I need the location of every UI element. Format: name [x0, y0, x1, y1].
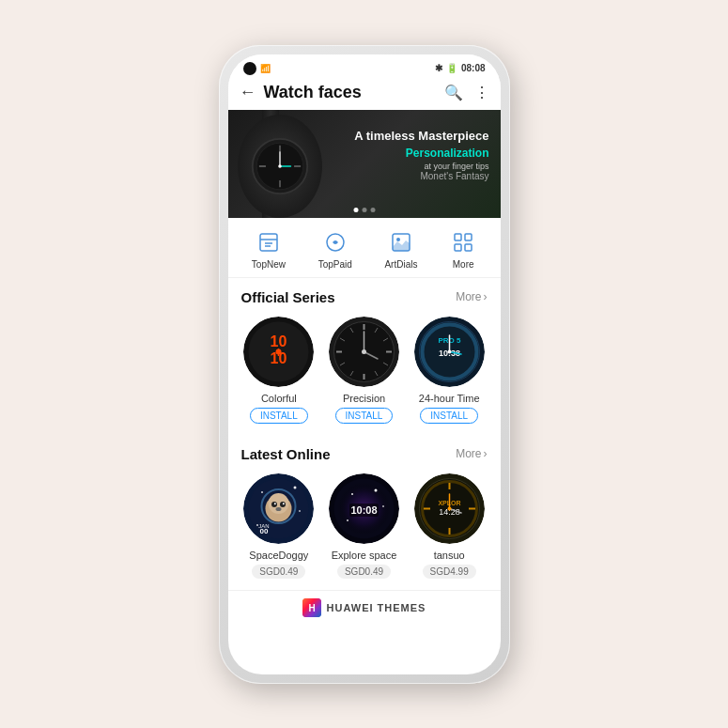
page-title: Watch faces [264, 83, 444, 102]
svg-text:H: H [308, 603, 315, 613]
category-tabs: TopNew TopPaid ArtDials [228, 218, 501, 278]
topnew-label: TopNew [252, 259, 286, 270]
time-display: 08:08 [461, 63, 486, 73]
svg-point-73 [347, 519, 349, 521]
svg-point-71 [375, 488, 378, 491]
spacedoggy-thumb: JAN 00 [243, 473, 314, 544]
spacedoggy-name: SpaceDoggy [249, 550, 308, 561]
watch-item-precision[interactable]: Precision INSTALL [326, 317, 402, 424]
battery-icon: 🔋 [446, 63, 457, 73]
svg-point-63 [276, 507, 282, 511]
watch-item-24h[interactable]: PRO 5 10:38 24-hour Time INSTALL [411, 317, 488, 424]
precision-name: Precision [343, 393, 385, 404]
latest-online-more[interactable]: More › [456, 447, 487, 460]
explore-thumb: 10:08 [329, 473, 399, 544]
svg-point-53 [261, 491, 263, 493]
svg-point-61 [274, 503, 276, 504]
watch-item-colorful[interactable]: 10 10 Colorful INSTALL [241, 317, 318, 424]
latest-online-title: Latest Online [241, 446, 331, 462]
precision-thumb [329, 317, 399, 387]
more-tab-label: More [453, 259, 474, 270]
24h-thumb: PRO 5 10:38 [414, 317, 485, 387]
svg-point-42 [362, 349, 366, 354]
footer-brand: HUAWEI THEMES [327, 602, 426, 613]
24h-install-btn[interactable]: INSTALL [420, 408, 478, 424]
svg-point-54 [294, 486, 297, 488]
topnew-icon [256, 229, 282, 256]
phone-frame: 📶 ✱ 🔋 08:08 ← Watch faces 🔍 ⋮ [219, 45, 510, 684]
tab-topnew[interactable]: TopNew [252, 229, 286, 270]
search-icon[interactable]: 🔍 [444, 84, 463, 101]
nav-icons: 🔍 ⋮ [444, 84, 489, 101]
official-series-more[interactable]: More › [456, 290, 487, 303]
latest-online-section: Latest Online More › [228, 435, 501, 590]
more-icon[interactable]: ⋮ [474, 84, 489, 101]
latest-online-grid: JAN 00 SpaceDoggy SGD0.49 [241, 473, 488, 590]
svg-point-87 [447, 506, 451, 510]
camera-notch [243, 62, 256, 75]
latest-online-header: Latest Online More › [241, 446, 488, 462]
signal-icon: 📶 [260, 64, 271, 73]
spacedoggy-price: SGD0.49 [252, 565, 305, 579]
explore-name: Explore space [332, 550, 397, 561]
scroll-content[interactable]: A timeless Masterpiece Personalization a… [228, 110, 501, 674]
tab-artdials[interactable]: ArtDials [384, 229, 417, 270]
colorful-install-btn[interactable]: INSTALL [250, 408, 308, 424]
watch-item-explore[interactable]: 10:08 Explore space SGD0.49 [326, 473, 402, 579]
status-bar: 📶 ✱ 🔋 08:08 [228, 54, 501, 79]
app-footer: H HUAWEI THEMES [228, 590, 501, 625]
banner-watch [238, 115, 322, 218]
svg-point-55 [299, 510, 301, 512]
banner-title: A timeless Masterpiece [354, 129, 488, 143]
svg-text:10:08: 10:08 [350, 504, 377, 516]
colorful-name: Colorful [261, 393, 297, 404]
svg-point-8 [278, 164, 282, 168]
svg-text:10: 10 [271, 333, 287, 349]
banner-dots [353, 208, 375, 212]
svg-text:00: 00 [260, 527, 269, 535]
dot-2 [362, 208, 366, 212]
tab-more[interactable]: More [450, 229, 476, 270]
banner-sub: Personalization [354, 147, 488, 160]
watch-item-spacedoggy[interactable]: JAN 00 SpaceDoggy SGD0.49 [241, 473, 318, 579]
dot-3 [370, 208, 375, 212]
tab-toppaid[interactable]: TopPaid [318, 229, 352, 270]
official-series-section: Official Series More › [228, 278, 501, 435]
svg-rect-17 [465, 234, 472, 240]
huawei-logo: H [302, 598, 321, 617]
explore-price: SGD0.49 [337, 565, 391, 579]
svg-point-70 [351, 493, 353, 495]
banner-watch-face [251, 137, 309, 195]
svg-point-62 [283, 503, 285, 504]
colorful-thumb: 10 10 [243, 317, 314, 387]
official-series-title: Official Series [241, 289, 335, 305]
svg-point-25 [276, 349, 282, 354]
banner-sub-small: at your finger tips [354, 162, 488, 171]
svg-point-50 [447, 349, 451, 353]
svg-point-59 [271, 502, 277, 507]
back-button[interactable]: ← [240, 83, 256, 102]
status-right: ✱ 🔋 08:08 [435, 63, 486, 73]
svg-point-60 [280, 502, 286, 507]
official-series-header: Official Series More › [241, 289, 488, 305]
banner-text: A timeless Masterpiece Personalization a… [354, 129, 488, 181]
svg-point-72 [382, 505, 384, 507]
dot-1 [353, 208, 358, 212]
svg-point-15 [396, 238, 400, 241]
precision-install-btn[interactable]: INSTALL [335, 408, 394, 424]
status-left: 📶 [243, 62, 271, 75]
bluetooth-icon: ✱ [435, 63, 442, 73]
more-tab-icon [450, 229, 476, 256]
watch-item-tansuo[interactable]: XPLOR 14:28 tansuo SGD4.99 [411, 473, 488, 579]
toppaid-label: TopPaid [318, 259, 352, 270]
tansuo-thumb: XPLOR 14:28 [414, 473, 485, 544]
24h-name: 24-hour Time [419, 393, 480, 404]
banner-tagline: Monet's Fantasy [354, 171, 488, 181]
svg-rect-9 [260, 234, 277, 251]
svg-rect-19 [465, 244, 472, 251]
phone-screen: 📶 ✱ 🔋 08:08 ← Watch faces 🔍 ⋮ [228, 54, 501, 674]
svg-rect-16 [455, 234, 461, 240]
artdials-label: ArtDials [384, 259, 417, 270]
toppaid-icon [322, 229, 349, 256]
tansuo-name: tansuo [434, 550, 465, 561]
